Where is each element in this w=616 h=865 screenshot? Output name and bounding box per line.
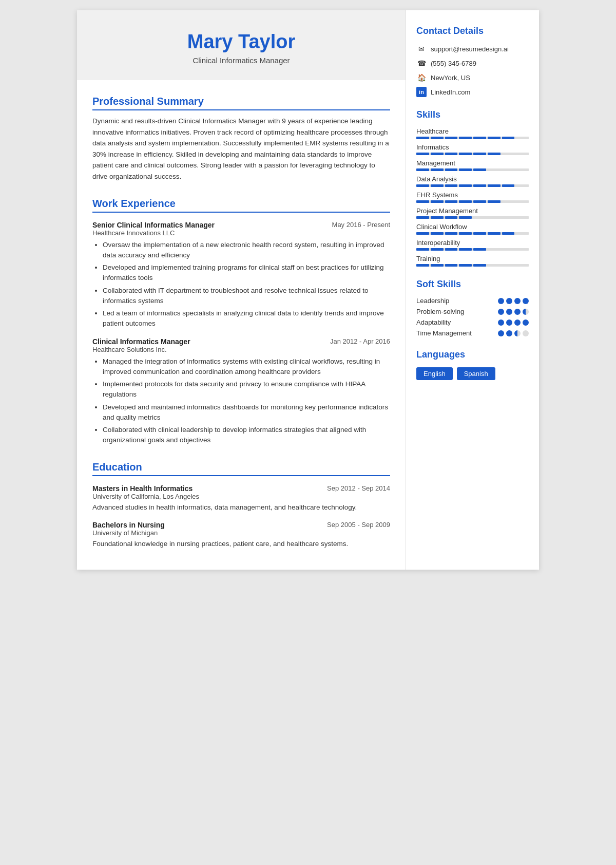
skill-segment (516, 168, 529, 171)
skill-name: Interoperability (416, 239, 529, 247)
skill-segment (516, 184, 529, 187)
skill-segment (445, 200, 458, 203)
skill-bar (416, 168, 529, 171)
skill-name: Management (416, 159, 529, 167)
skill-segment (488, 153, 500, 155)
soft-skill-dot (514, 298, 521, 304)
header-section: Mary Taylor Clinical Informatics Manager (77, 10, 406, 80)
language-tags: EnglishSpanish (416, 367, 529, 380)
skill-bar (416, 216, 529, 219)
skill-segment (502, 248, 515, 251)
contact-title: Contact Details (416, 26, 529, 36)
skill-item: Healthcare (416, 127, 529, 139)
skill-segment (473, 200, 486, 203)
soft-skill-dots (498, 330, 529, 336)
contact-location-value: NewYork, US (431, 74, 470, 82)
skill-segment (445, 153, 458, 155)
email-icon: ✉ (416, 44, 427, 54)
edu-degree-1: Masters in Health Informatics (92, 484, 192, 493)
skills-list: HealthcareInformaticsManagementData Anal… (416, 127, 529, 267)
soft-skill-dot (498, 298, 504, 304)
skill-segment (516, 216, 529, 219)
skill-segment (502, 216, 515, 219)
soft-skill-dot (514, 319, 521, 326)
contact-phone: ☎ (555) 345-6789 (416, 58, 529, 68)
skill-bar (416, 153, 529, 155)
skill-bar (416, 232, 529, 235)
skill-segment (431, 200, 444, 203)
job-bullets-2: Managed the integration of informatics s… (92, 356, 390, 446)
skill-segment (473, 232, 486, 235)
job-dates-2: Jan 2012 - Apr 2016 (330, 337, 390, 345)
candidate-name: Mary Taylor (87, 31, 395, 53)
skill-segment (473, 153, 486, 155)
skill-name: Training (416, 255, 529, 262)
soft-skill-name: Leadership (416, 297, 449, 305)
skill-segment (416, 184, 429, 187)
edu-dates-1: Sep 2012 - Sep 2014 (327, 484, 390, 492)
job-bullet: Implemented protocols for data security … (103, 379, 390, 400)
skill-bar (416, 264, 529, 267)
soft-skill-dot (498, 330, 504, 336)
skill-segment (459, 168, 472, 171)
skill-bar (416, 184, 529, 187)
contact-phone-value: (555) 345-6789 (431, 60, 476, 67)
contact-location: 🏠 NewYork, US (416, 72, 529, 83)
edu-header-1: Masters in Health Informatics Sep 2012 -… (92, 484, 390, 493)
skill-segment (488, 264, 500, 267)
language-tag: Spanish (457, 367, 495, 380)
job-company-2: Healthcare Solutions Inc. (92, 346, 390, 353)
job-bullets-1: Oversaw the implementation of a new elec… (92, 240, 390, 329)
soft-skill-dot (514, 309, 521, 315)
skill-name: Informatics (416, 143, 529, 151)
job-header-2: Clinical Informatics Manager Jan 2012 - … (92, 337, 390, 346)
skill-segment (516, 137, 529, 139)
skill-item: Interoperability (416, 239, 529, 251)
skill-segment (416, 248, 429, 251)
phone-icon: ☎ (416, 58, 427, 68)
skill-segment (431, 248, 444, 251)
skill-segment (431, 184, 444, 187)
skill-segment (445, 232, 458, 235)
skill-segment (416, 232, 429, 235)
skill-segment (516, 248, 529, 251)
soft-skill-dots (498, 309, 529, 315)
skill-segment (445, 216, 458, 219)
linkedin-icon: in (416, 87, 427, 97)
skill-segment (445, 168, 458, 171)
soft-skill-name: Time Management (416, 329, 472, 337)
skill-name: Data Analysis (416, 175, 529, 183)
skill-segment (488, 137, 500, 139)
soft-skill-dot (514, 330, 521, 336)
skill-segment (416, 264, 429, 267)
skill-segment (431, 232, 444, 235)
skill-segment (459, 137, 472, 139)
skill-segment (473, 264, 486, 267)
edu-header-2: Bachelors in Nursing Sep 2005 - Sep 2009 (92, 521, 390, 529)
job-bullet: Managed the integration of informatics s… (103, 356, 390, 378)
skill-segment (473, 137, 486, 139)
soft-skill-dot (506, 330, 512, 336)
skill-segment (488, 168, 500, 171)
skill-name: Clinical Workflow (416, 223, 529, 231)
job-bullet: Collaborated with clinical leadership to… (103, 425, 390, 446)
edu-block-2: Bachelors in Nursing Sep 2005 - Sep 2009… (92, 521, 390, 549)
skill-segment (416, 200, 429, 203)
soft-skill-dot (523, 319, 529, 326)
language-tag: English (416, 367, 453, 380)
skill-segment (445, 248, 458, 251)
soft-skill-item: Leadership (416, 297, 529, 305)
skill-item: Clinical Workflow (416, 223, 529, 235)
skill-segment (459, 184, 472, 187)
skill-segment (502, 153, 515, 155)
soft-skill-dot (523, 298, 529, 304)
skill-segment (473, 248, 486, 251)
skill-segment (488, 248, 500, 251)
skill-name: EHR Systems (416, 191, 529, 199)
right-column: Contact Details ✉ support@resumedesign.a… (406, 10, 539, 570)
skill-segment (431, 137, 444, 139)
work-experience-title: Work Experience (92, 198, 390, 213)
skill-segment (459, 153, 472, 155)
soft-skill-name: Adaptability (416, 318, 451, 326)
job-block-2: Clinical Informatics Manager Jan 2012 - … (92, 337, 390, 446)
